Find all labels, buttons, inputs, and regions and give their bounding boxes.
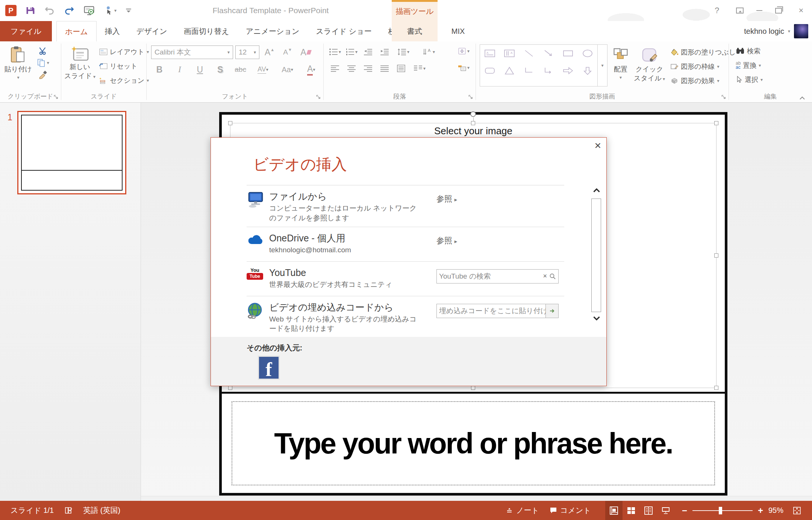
text-placeholder[interactable]: Type your word or phrase here. — [232, 401, 715, 485]
resize-handle-top-center[interactable] — [471, 121, 475, 125]
touch-mouse-mode-icon[interactable]: ▾ — [104, 6, 117, 15]
format-painter-icon[interactable] — [39, 71, 48, 79]
browse-file-link[interactable]: 参照 ▸ — [436, 191, 457, 223]
option-from-file[interactable]: ファイルから コンピューターまたはローカル ネットワークのファイルを参照します … — [247, 185, 564, 227]
save-icon[interactable] — [26, 6, 35, 15]
italic-button[interactable]: I — [173, 62, 186, 77]
embed-code-input[interactable] — [439, 307, 545, 315]
reset-button[interactable]: リセット — [99, 59, 138, 73]
underline-button[interactable]: U — [193, 62, 207, 77]
increase-indent-button[interactable] — [376, 45, 393, 59]
grow-font-button[interactable]: A▲ — [262, 45, 277, 59]
slide-counter[interactable]: スライド 1/1 — [5, 501, 59, 520]
shapes-gallery[interactable]: A A — [480, 45, 597, 86]
zoom-slider-thumb[interactable] — [719, 507, 722, 514]
tab-design[interactable]: デザイン — [128, 21, 176, 41]
shape-oval-icon[interactable] — [582, 49, 593, 58]
tab-home[interactable]: ホーム — [56, 21, 97, 41]
font-color-button[interactable]: A▾ — [303, 62, 320, 77]
horizontal-scrollbar[interactable] — [141, 496, 812, 501]
zoom-out-button[interactable]: − — [680, 505, 689, 516]
youtube-search-input[interactable] — [439, 272, 541, 280]
convert-to-smartart-button[interactable]: ▾ — [455, 61, 472, 74]
browse-onedrive-link[interactable]: 参照 ▸ — [436, 232, 457, 258]
change-case-button[interactable]: Aa▾ — [279, 62, 296, 77]
resize-handle-bottom-right[interactable] — [714, 386, 718, 390]
zoom-level[interactable]: 95% — [765, 501, 787, 520]
align-left-button[interactable] — [327, 62, 343, 75]
shape-effects-button[interactable]: 図形の効果▾ — [670, 75, 719, 86]
shape-line-icon[interactable] — [524, 49, 534, 58]
align-right-button[interactable] — [360, 62, 376, 75]
slideshow-view-button[interactable] — [657, 501, 674, 520]
align-text-vertical-button[interactable]: ▾ — [455, 44, 472, 58]
start-slideshow-icon[interactable] — [83, 6, 95, 15]
customize-qat-icon[interactable] — [126, 8, 132, 13]
tab-file[interactable]: ファイル — [0, 21, 52, 41]
tab-insert[interactable]: 挿入 — [97, 21, 128, 41]
clear-formatting-button[interactable]: A — [298, 45, 314, 59]
align-center-button[interactable] — [343, 62, 360, 75]
normal-view-button[interactable] — [605, 501, 623, 520]
insert-embed-button[interactable] — [545, 304, 558, 318]
clipboard-dialog-launcher[interactable] — [54, 95, 59, 100]
powerpoint-logo-icon[interactable]: P — [5, 5, 17, 16]
ribbon-display-options-button[interactable] — [736, 8, 744, 14]
tab-animations[interactable]: アニメーション — [238, 21, 308, 41]
line-spacing-button[interactable]: ▾ — [393, 45, 414, 59]
shape-triangle-icon[interactable] — [504, 66, 515, 75]
option-youtube[interactable]: You Tube YouTube 世界最大級のビデオ共有コミュニティ × — [247, 262, 564, 296]
zoom-in-button[interactable]: + — [756, 505, 765, 516]
dialog-scroll-down-icon[interactable] — [593, 316, 600, 321]
resize-handle-top-left[interactable] — [228, 121, 232, 125]
notes-button[interactable]: ノート — [500, 501, 544, 520]
strikethrough-button[interactable]: abc — [234, 62, 247, 77]
columns-button[interactable]: ▾ — [409, 62, 430, 75]
shape-textbox-icon[interactable]: A — [484, 49, 495, 58]
resize-handle-bottom-left[interactable] — [228, 386, 232, 390]
avatar[interactable] — [794, 24, 808, 38]
find-button[interactable]: 検索 — [736, 46, 760, 56]
character-spacing-button[interactable]: AV▾ — [254, 62, 272, 77]
shape-arrow-icon[interactable] — [543, 49, 554, 58]
section-button[interactable]: セクション▾ — [99, 74, 149, 87]
option-onedrive[interactable]: OneDrive - 個人用 tekhnologic@hotmail.com 参… — [247, 227, 564, 262]
cut-icon[interactable] — [39, 47, 48, 55]
spell-check-icon[interactable] — [59, 501, 78, 520]
copy-button[interactable]: ▾ — [37, 59, 49, 67]
shape-rectangle-icon[interactable] — [562, 49, 574, 58]
minimize-button[interactable] — [756, 10, 762, 11]
facebook-button[interactable]: f — [258, 356, 280, 380]
drawing-dialog-launcher[interactable] — [721, 95, 727, 100]
decrease-indent-button[interactable] — [360, 45, 376, 59]
resize-handle-top-right[interactable] — [714, 121, 718, 125]
quick-styles-button[interactable]: クイック スタイル ▾ — [634, 44, 665, 86]
dialog-scrollbar-thumb[interactable] — [591, 199, 601, 312]
redo-icon[interactable] — [64, 6, 74, 15]
zoom-slider[interactable] — [692, 510, 753, 511]
new-slide-button[interactable]: 新しい スライド ▾ — [64, 44, 95, 80]
select-button[interactable]: 選択▾ — [736, 74, 763, 85]
arrange-button[interactable]: 配置 ▾ — [613, 44, 629, 86]
shape-outline-button[interactable]: 図形の枠線▾ — [670, 61, 719, 72]
comments-button[interactable]: コメント — [544, 501, 596, 520]
restore-button[interactable] — [775, 8, 782, 14]
bold-button[interactable]: B — [153, 62, 166, 77]
reading-view-button[interactable] — [640, 501, 657, 520]
dialog-close-button[interactable]: × — [594, 140, 601, 151]
text-shadow-button[interactable]: S — [214, 62, 227, 77]
shape-elbow-arrow-connector-icon[interactable] — [543, 66, 554, 75]
distribute-text-button[interactable] — [393, 62, 409, 75]
paragraph-dialog-launcher[interactable] — [468, 95, 474, 100]
layout-button[interactable]: レイアウト▾ — [99, 45, 149, 59]
tab-format[interactable]: 書式 — [392, 21, 438, 41]
font-name-combo[interactable]: Calibri 本文 ▾ — [151, 45, 233, 59]
tab-transitions[interactable]: 画面切り替え — [176, 21, 238, 41]
bullets-button[interactable]: ▾ — [327, 45, 343, 59]
shape-down-arrow-icon[interactable] — [583, 66, 592, 75]
shape-rounded-rectangle-icon[interactable] — [484, 66, 495, 75]
search-icon[interactable] — [549, 273, 556, 280]
close-button[interactable]: × — [795, 6, 807, 15]
shape-elbow-connector-icon[interactable] — [524, 66, 534, 75]
resize-handle-middle-right[interactable] — [714, 253, 718, 258]
